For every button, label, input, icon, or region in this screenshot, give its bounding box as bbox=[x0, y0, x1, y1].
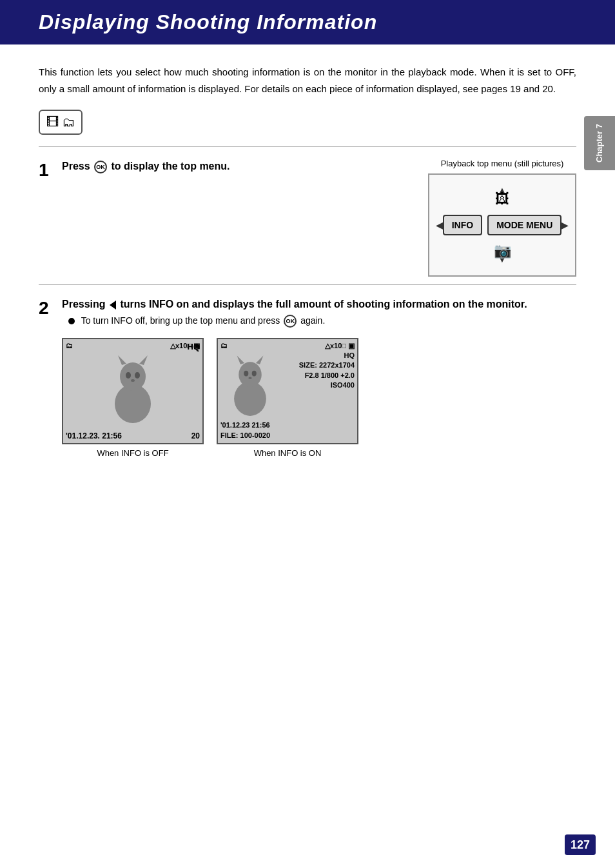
step-2-note-text: To turn INFO off, bring up the top menu … bbox=[81, 315, 280, 326]
folder-icon: 🗂 bbox=[62, 115, 75, 130]
preview-off-date: '01.12.23. 21:56 bbox=[66, 431, 122, 440]
svg-marker-3 bbox=[139, 355, 148, 365]
divider-2 bbox=[39, 284, 576, 285]
step-1-right: Playback top menu (still pictures) ▲ ▼ ◀… bbox=[428, 159, 576, 277]
preview-on-card-icon: 🗂 bbox=[220, 342, 228, 350]
svg-point-11 bbox=[244, 371, 248, 377]
svg-marker-2 bbox=[118, 355, 126, 365]
preview-off-number: 20 bbox=[191, 431, 200, 440]
chapter-label: Chapter 7 bbox=[594, 124, 605, 163]
mode-menu-button[interactable]: MODE MENU bbox=[487, 215, 561, 235]
preview-on-caption: When INFO is ON bbox=[254, 448, 322, 458]
svg-marker-10 bbox=[256, 356, 264, 364]
step-1-left: Press OK to display the top menu. bbox=[62, 159, 409, 174]
title-bar: Displaying Shooting Information bbox=[0, 0, 615, 44]
step-2-number: 2 bbox=[39, 299, 62, 317]
preview-off-card-icon: 🗂 bbox=[66, 342, 73, 350]
step-2-note: To turn INFO off, bring up the top menu … bbox=[68, 315, 576, 328]
preview-on-date: '01.12.23 21:56 bbox=[220, 420, 355, 430]
step-1-row: Press OK to display the top menu. Playba… bbox=[62, 159, 576, 277]
svg-point-13 bbox=[248, 377, 251, 379]
menu-bottom-icon: 📷 bbox=[494, 242, 511, 259]
page-container: Displaying Shooting Information Chapter … bbox=[0, 0, 615, 868]
page-title: Displaying Shooting Information bbox=[39, 10, 576, 34]
preview-off-caption: When INFO is OFF bbox=[97, 448, 168, 458]
step-1-caption: Playback top menu (still pictures) bbox=[441, 159, 564, 168]
svg-point-12 bbox=[252, 371, 257, 377]
step-2-note-suffix: again. bbox=[300, 315, 325, 326]
step-2-main: turns INFO on and displays the full amou… bbox=[121, 299, 527, 310]
preview-on-iso: ISO400 bbox=[299, 380, 355, 390]
bullet-icon bbox=[68, 318, 75, 324]
svg-point-4 bbox=[126, 372, 131, 379]
preview-on-file: FILE: 100-0020 bbox=[220, 431, 355, 440]
chapter-tab: Chapter 7 bbox=[584, 116, 615, 170]
step-1-instruction-prefix: Press bbox=[62, 161, 90, 172]
step-2-prefix: Pressing bbox=[62, 299, 106, 310]
divider-1 bbox=[39, 146, 576, 147]
step-1-content: Press OK to display the top menu. Playba… bbox=[62, 159, 576, 277]
preview-row: 🗂 △x10□ ▣ HQ bbox=[62, 338, 576, 458]
step-1-instruction-suffix: to display the top menu. bbox=[112, 161, 230, 172]
preview-on-size: SIZE: 2272x1704 bbox=[299, 360, 355, 370]
svg-point-8 bbox=[239, 362, 262, 387]
preview-off-quality: HQ bbox=[188, 342, 200, 351]
step-1-number: 1 bbox=[39, 161, 62, 179]
ok-button-icon-2: OK bbox=[284, 315, 297, 328]
svg-point-5 bbox=[135, 372, 140, 379]
page-number: 127 bbox=[571, 838, 590, 852]
menu-diagram: ▲ ▼ ◀ ▶ 🖼 📷 INFO MODE MENU bbox=[428, 173, 576, 277]
ok-button-icon: OK bbox=[94, 161, 107, 173]
step-2-content: Pressing turns INFO on and displays the … bbox=[62, 297, 576, 458]
svg-point-6 bbox=[131, 379, 135, 382]
svg-marker-9 bbox=[237, 356, 245, 364]
menu-center-buttons: INFO MODE MENU bbox=[443, 215, 562, 235]
preview-box-off: 🗂 △x10□ ▣ HQ bbox=[62, 338, 204, 458]
svg-point-1 bbox=[120, 362, 146, 391]
camera-icon: 🎞 bbox=[46, 115, 59, 130]
preview-on-exposure: F2.8 1/800 +2.0 bbox=[299, 371, 355, 380]
preview-box-on: 🗂 △x10□ ▣ HQ SIZE: 2272x1704 F2.8 1/800 … bbox=[217, 338, 358, 458]
intro-text: This function lets you select how much s… bbox=[39, 64, 576, 97]
preview-screen-off: 🗂 △x10□ ▣ HQ bbox=[62, 338, 204, 444]
left-triangle-icon bbox=[110, 301, 116, 310]
step-2-title: Pressing turns INFO on and displays the … bbox=[62, 297, 576, 312]
info-button[interactable]: INFO bbox=[443, 215, 482, 235]
menu-top-icon: 🖼 bbox=[495, 191, 509, 208]
cat-image-on bbox=[224, 352, 276, 417]
cat-image-off bbox=[104, 352, 162, 423]
step-2-block: 2 Pressing turns INFO on and displays th… bbox=[39, 297, 576, 458]
preview-screen-on: 🗂 △x10□ ▣ HQ SIZE: 2272x1704 F2.8 1/800 … bbox=[217, 338, 358, 444]
preview-on-top-icons: △x10□ ▣ bbox=[325, 342, 355, 350]
page-number-badge: 127 bbox=[565, 834, 596, 855]
step-1-block: 1 Press OK to display the top menu. Play… bbox=[39, 159, 576, 277]
camera-icon-box: 🎞 🗂 bbox=[39, 110, 83, 135]
icon-row: 🎞 🗂 bbox=[39, 110, 576, 135]
preview-on-quality: HQ bbox=[299, 351, 355, 360]
